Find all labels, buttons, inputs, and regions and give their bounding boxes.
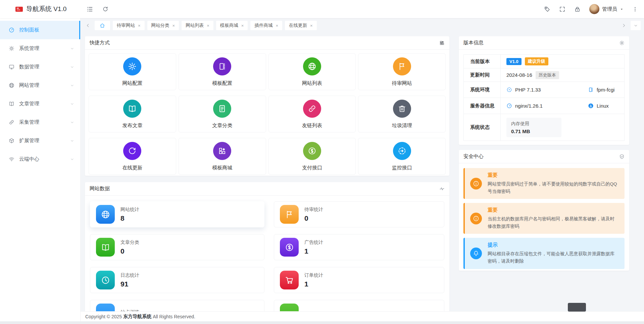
tab[interactable]: 待审网站 ×	[113, 21, 145, 30]
tabs-scroll-left-icon[interactable]	[84, 21, 92, 30]
fullscreen-icon[interactable]	[559, 6, 565, 12]
php-handler: fpm-fcgi	[597, 87, 614, 93]
info-circle-icon	[473, 215, 479, 222]
shortcut-tile[interactable]: 模板配置	[179, 53, 266, 90]
shortcut-label: 模板配置	[212, 80, 232, 87]
shortcut-label: 待审网站	[392, 80, 412, 87]
shield-check-icon[interactable]	[619, 154, 625, 159]
sidebar-item[interactable]: 网站管理	[0, 76, 80, 95]
close-icon[interactable]: ×	[276, 23, 278, 28]
shortcut-icon	[123, 100, 141, 118]
stat-label: 网站统计	[120, 207, 139, 213]
shortcut-icon	[393, 142, 411, 160]
floating-widget[interactable]	[568, 303, 586, 312]
os-name: Linux	[597, 103, 609, 109]
close-icon[interactable]: ×	[138, 23, 141, 28]
alert-text: 网站根目录存在压缩包文件，可能会被人恶意获取并泄露数据库密码，请及时删除	[488, 250, 618, 265]
shortcut-tile[interactable]: 友链列表	[268, 96, 356, 132]
sidebar-item[interactable]: 系统管理	[0, 39, 80, 58]
more-dots-icon[interactable]	[632, 6, 638, 12]
nginx-gauge-icon	[506, 103, 512, 109]
stat-card[interactable]: 网站统计 8	[90, 201, 264, 227]
sidebar-item[interactable]: 数据管理	[0, 58, 80, 76]
brand-flag-icon	[15, 7, 23, 12]
stat-label: 广告统计	[304, 239, 323, 246]
stat-value: 91	[120, 280, 139, 288]
close-icon[interactable]: ×	[207, 23, 209, 28]
tab[interactable]: 在线更新 ×	[285, 21, 317, 30]
security-alert: 重要 网站管理员密码过于简单，请不要使用较短的纯数字或自己的QQ号当做密码	[463, 168, 625, 199]
version-info-card: 版本信息 当前版本 V1.0 建议升级 更新时间 2024-08-16 历史版本	[459, 36, 629, 145]
tab[interactable]: 网站列表 ×	[182, 21, 213, 30]
shortcut-tile[interactable]: 发布文章	[89, 96, 176, 132]
chevron-down-icon	[70, 139, 74, 143]
security-card: 安全中心 重要 网站管理员密码过于简单，请不要使用较短的纯数字或自己的QQ号当做…	[459, 150, 629, 271]
tabs-scroll-right-icon[interactable]	[620, 21, 628, 30]
shortcut-tile[interactable]: 监控接口	[358, 138, 446, 175]
stat-label: 待审统计	[304, 207, 323, 213]
shortcut-icon	[393, 57, 411, 75]
horizontal-scrollbar-track[interactable]	[0, 321, 644, 324]
shortcut-tile[interactable]: 模板商城	[179, 138, 266, 175]
security-alert: 重要 当前主机的数据库用户名与密码相同，极易被黑客破解，请及时修改数据库密码	[463, 203, 625, 234]
app-screen: 导航系统 V1.0 管理员 控制面板 系统管理	[0, 0, 644, 324]
user-menu[interactable]: 管理员	[589, 4, 624, 14]
tag-icon[interactable]	[544, 6, 550, 12]
sidebar-item[interactable]: 文章管理	[0, 95, 80, 113]
tab-home[interactable]	[95, 21, 110, 30]
shortcut-tile[interactable]: 网站配置	[89, 53, 176, 90]
sidebar-item[interactable]: 控制面板	[0, 21, 80, 39]
stat-card[interactable]: 文章分类 0	[90, 234, 264, 260]
tabs-dropdown-icon[interactable]	[631, 21, 641, 30]
app-title: 导航系统 V1.0	[26, 5, 66, 13]
chevron-down-icon	[70, 84, 74, 88]
shortcut-tile[interactable]: 待审网站	[358, 53, 446, 90]
gear-icon[interactable]	[619, 40, 625, 46]
shortcut-label: 网站配置	[122, 80, 142, 87]
shortcut-tile[interactable]: 文章分类	[179, 96, 266, 132]
stat-card[interactable]: 订单统计 1	[274, 267, 444, 293]
shortcut-tile[interactable]: 支付接口	[268, 138, 356, 175]
shortcut-tile[interactable]: 在线更新	[89, 138, 176, 175]
upgrade-badge[interactable]: 建议升级	[525, 57, 548, 65]
sidebar-item[interactable]: 云端中心	[0, 150, 80, 168]
php-icon	[506, 87, 512, 93]
security-alerts: 重要 网站管理员密码过于简单，请不要使用较短的纯数字或自己的QQ号当做密码 重要…	[459, 163, 629, 274]
close-icon[interactable]: ×	[241, 23, 244, 28]
sidebar-item[interactable]: 采集管理	[0, 113, 80, 131]
tab[interactable]: 模板商城 ×	[216, 21, 248, 30]
close-icon[interactable]: ×	[172, 23, 175, 28]
stat-label: 订单统计	[304, 272, 323, 278]
app-logo[interactable]: 导航系统 V1.0	[0, 0, 81, 18]
stat-card[interactable]: 日志统计 91	[90, 267, 264, 293]
row-label: 服务器信息	[464, 98, 501, 114]
tab[interactable]: 插件商城 ×	[250, 21, 282, 30]
sidebar-item[interactable]: 扩展管理	[0, 131, 80, 150]
layout-grid-icon[interactable]	[439, 40, 445, 46]
copyright-prefix: Copyright © 2025	[85, 314, 122, 319]
sidebar-item-label: 文章管理	[19, 101, 39, 107]
shortcut-tile[interactable]: 垃圾清理	[358, 96, 446, 132]
security-title: 安全中心	[463, 153, 484, 160]
avatar	[589, 4, 599, 14]
stat-card[interactable]: 广告统计 1	[274, 234, 444, 260]
sidebar-item-icon	[9, 27, 14, 33]
history-version-badge[interactable]: 历史版本	[536, 71, 559, 79]
tab[interactable]: 网站分类 ×	[147, 21, 179, 30]
version-badge[interactable]: V1.0	[506, 58, 522, 65]
stat-card[interactable]: 待审统计 0	[274, 201, 444, 227]
shortcut-icon	[123, 142, 141, 160]
shortcut-tile[interactable]: 网站列表	[268, 53, 356, 90]
stat-value: 0	[120, 247, 139, 255]
lock-icon[interactable]	[574, 6, 581, 12]
shortcuts-grid: 网站配置 模板配置 网站列表 待审网站 发布文章	[85, 50, 449, 178]
sidebar-item-icon	[9, 64, 14, 70]
shortcuts-card: 快捷方式 网站配置 模板配置 网站列表 待审网站	[85, 36, 449, 176]
php-version: PHP 7.1.33	[515, 87, 541, 93]
alert-title: 重要	[488, 172, 618, 178]
pulse-icon[interactable]	[439, 186, 445, 192]
menu-fold-icon[interactable]	[87, 6, 93, 12]
version-row-updated: 更新时间 2024-08-16 历史版本	[464, 68, 624, 82]
close-icon[interactable]: ×	[310, 23, 313, 28]
refresh-icon[interactable]	[102, 6, 108, 12]
